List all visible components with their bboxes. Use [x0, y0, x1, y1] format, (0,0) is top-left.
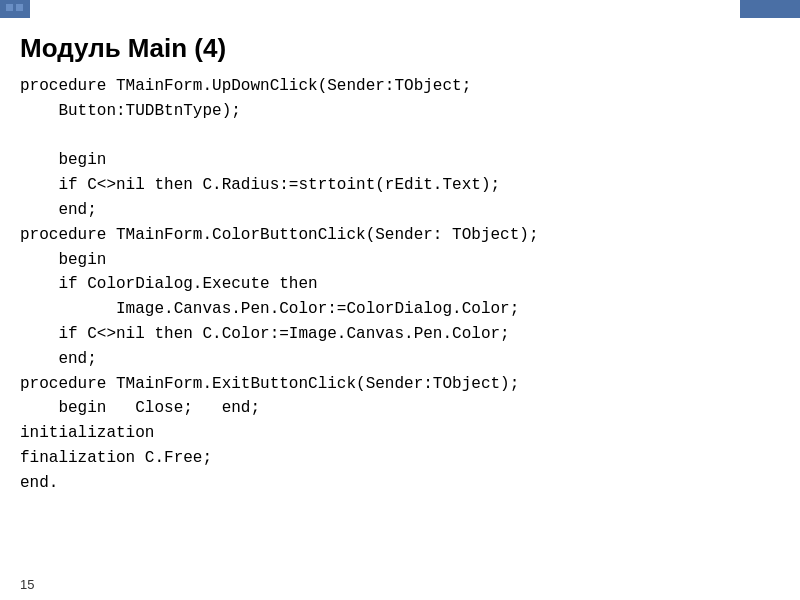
- dot-2: [16, 4, 23, 11]
- page-number: 15: [20, 577, 34, 592]
- page-title: Модуль Main (4): [20, 33, 780, 64]
- top-bar-left: [0, 0, 30, 18]
- dot-1: [6, 4, 13, 11]
- top-bar-right: [740, 0, 800, 18]
- content-area: Модуль Main (4) procedure TMainForm.UpDo…: [0, 18, 800, 600]
- code-block: procedure TMainForm.UpDownClick(Sender:T…: [20, 74, 780, 496]
